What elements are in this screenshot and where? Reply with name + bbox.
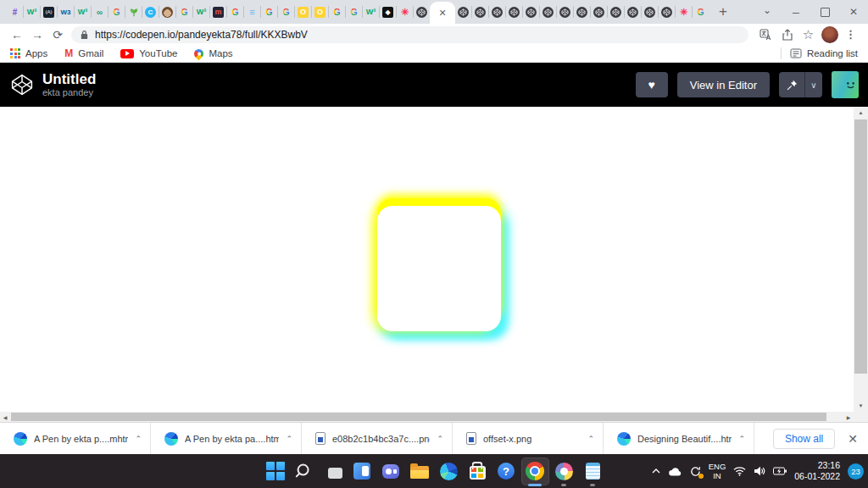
tab-w3schools[interactable]: W³ (193, 0, 209, 24)
minimize-button[interactable] (782, 0, 810, 24)
tab-search-chevron-icon[interactable] (753, 0, 782, 24)
chevron-up-icon[interactable]: ⌃ (286, 435, 292, 443)
pushpin-icon[interactable] (779, 72, 804, 97)
taskbar-widgets-icon[interactable] (349, 458, 376, 485)
vertical-scroll-thumb[interactable] (854, 119, 867, 374)
tab-asterisk-red[interactable]: ✳ (397, 0, 413, 24)
tab-infinity-green[interactable]: ∞ (92, 0, 108, 24)
profile-avatar[interactable] (819, 25, 840, 45)
bookmark-star-icon[interactable]: ☆ (798, 25, 819, 45)
tab-google[interactable]: G (346, 0, 362, 24)
tab-google[interactable]: G (227, 0, 243, 24)
taskbar-chat-icon[interactable] (378, 458, 404, 485)
tab-codepen[interactable] (489, 0, 505, 24)
view-in-editor-button[interactable]: View in Editor (677, 72, 770, 97)
download-item[interactable]: A Pen by ekta pa....html⌃ (151, 423, 302, 454)
tab-codepen[interactable] (608, 0, 624, 24)
tab-sprout[interactable] (125, 0, 142, 24)
taskbar-search-icon[interactable] (292, 458, 318, 485)
scroll-down-arrow[interactable]: ▼ (854, 400, 868, 412)
tab-w3schools[interactable]: W³ (24, 0, 40, 24)
tab-google[interactable]: G (693, 0, 709, 24)
tab-codepen[interactable] (574, 0, 590, 24)
horizontal-scrollbar[interactable]: ◀ ▶ (0, 412, 854, 422)
download-item[interactable]: offset-x.png⌃ (453, 423, 604, 454)
pen-author[interactable]: ekta pandey (42, 87, 96, 98)
scroll-right-arrow[interactable]: ▶ (843, 412, 854, 422)
user-avatar[interactable] (832, 71, 859, 98)
lock-icon[interactable] (80, 30, 89, 40)
pin-chevron-down-icon[interactable]: ∨ (804, 72, 822, 97)
taskbar-edge-icon[interactable] (436, 458, 462, 485)
taskbar-store-icon[interactable] (465, 458, 491, 485)
tab-codepen[interactable] (414, 0, 430, 24)
tab-o-yellow[interactable]: O (295, 0, 311, 24)
tab-w3schools[interactable]: W³ (363, 0, 379, 24)
tab-m-dark-red[interactable]: m (210, 0, 226, 24)
tab-lines-blue[interactable]: ≡ (244, 0, 260, 24)
tab-codepen[interactable] (455, 0, 471, 24)
url-text[interactable]: https://codepen.io/pandeyekta78/full/KKX… (95, 29, 308, 41)
taskbar-notepad-icon[interactable] (580, 458, 606, 485)
hidden-icons-chevron-icon[interactable] (652, 469, 660, 474)
tab-a-dark[interactable]: (A) (41, 0, 57, 24)
tab-codepen[interactable] (540, 0, 556, 24)
tab-codepen[interactable] (523, 0, 539, 24)
bookmark-apps[interactable]: Apps (10, 48, 47, 58)
tab-codepen[interactable] (557, 0, 573, 24)
language-indicator[interactable]: ENG IN (709, 462, 726, 481)
tab-google[interactable]: G (176, 0, 192, 24)
tab-o-yellow[interactable]: O (312, 0, 328, 24)
scroll-left-arrow[interactable]: ◀ (0, 412, 10, 422)
like-heart-button[interactable]: ♥ (636, 72, 668, 97)
onedrive-cloud-icon[interactable] (668, 467, 682, 476)
tab-hash-purple[interactable]: # (7, 0, 23, 24)
taskbar-file-explorer-icon[interactable] (407, 458, 433, 485)
address-bar[interactable]: https://codepen.io/pandeyekta78/full/KKX… (71, 26, 748, 43)
tab-codepen[interactable] (642, 0, 658, 24)
taskbar-start-icon[interactable] (263, 458, 289, 485)
reload-icon[interactable]: ⟳ (47, 25, 68, 45)
maximize-button[interactable] (810, 0, 839, 24)
scroll-up-arrow[interactable]: ▲ (854, 107, 868, 119)
notification-badge[interactable]: 23 (848, 463, 864, 480)
codepen-logo-icon[interactable] (9, 72, 35, 97)
new-tab-button[interactable]: + (712, 1, 734, 23)
volume-icon[interactable] (754, 466, 765, 476)
tab-google[interactable]: G (108, 0, 125, 24)
wifi-icon[interactable] (733, 466, 746, 476)
close-window-button[interactable] (839, 0, 868, 24)
tab-close-icon[interactable]: ✕ (438, 8, 446, 18)
download-item[interactable]: Designing Beautif....html⌃ (604, 423, 754, 454)
back-icon[interactable]: ← (7, 25, 27, 45)
tab-codepen[interactable] (506, 0, 522, 24)
kebab-menu-icon[interactable]: ⋮ (840, 25, 861, 45)
tab-codepen[interactable] (659, 0, 675, 24)
battery-charging-icon[interactable] (773, 467, 787, 475)
bookmark-youtube[interactable]: YouTube (120, 48, 177, 58)
show-all-button[interactable]: Show all (773, 429, 835, 449)
share-icon[interactable] (776, 25, 798, 45)
bookmark-maps[interactable]: Maps (194, 48, 232, 58)
taskbar-help-icon[interactable]: ? (493, 458, 520, 485)
tab-codepen[interactable] (472, 0, 488, 24)
tab-asterisk-red[interactable]: ✳ (676, 0, 692, 24)
tab-w3c[interactable]: W3 (58, 0, 74, 24)
tab-codepen[interactable] (591, 0, 607, 24)
downloads-close-icon[interactable]: ✕ (848, 432, 858, 446)
translate-icon[interactable] (755, 25, 776, 45)
tab-black-shape[interactable]: ◆ (380, 0, 396, 24)
bookmark-gmail[interactable]: M Gmail (64, 47, 103, 59)
clock[interactable]: 23:16 06-01-2022 (794, 460, 840, 482)
reading-list-button[interactable]: Reading list (790, 48, 858, 58)
download-item[interactable]: A Pen by ekta p....mhtml⌃ (0, 423, 151, 454)
download-item[interactable]: e08b2c1b4bc3a7c....png⌃ (302, 423, 453, 454)
forward-icon[interactable]: → (27, 25, 47, 45)
tab-w3schools[interactable]: W³ (75, 0, 91, 24)
tab-codepen[interactable] (625, 0, 641, 24)
tab-google[interactable]: G (329, 0, 345, 24)
sync-update-icon[interactable] (690, 466, 701, 477)
chevron-up-icon[interactable]: ⌃ (738, 435, 745, 443)
vertical-scrollbar[interactable]: ▲ ▼ (854, 107, 868, 412)
chevron-up-icon[interactable]: ⌃ (135, 435, 142, 443)
